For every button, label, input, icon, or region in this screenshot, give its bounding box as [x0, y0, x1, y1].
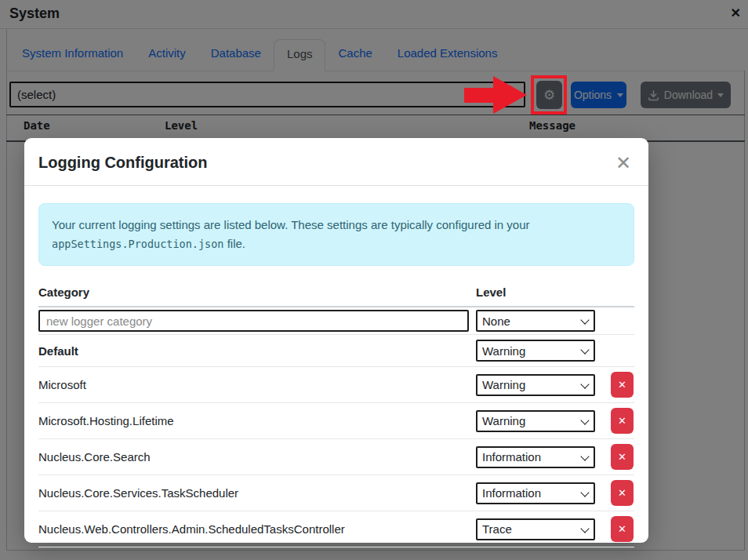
delete-logger-button[interactable]: ✕	[611, 444, 634, 470]
logger-level-select[interactable]: Information	[476, 482, 595, 504]
annotation-highlight-box	[531, 75, 567, 115]
new-logger-category-input[interactable]	[38, 310, 469, 332]
logger-category: Microsoft	[38, 378, 476, 391]
new-logger-category-cell	[38, 310, 476, 332]
logging-configuration-modal: Logging Configuration ✕ Your current log…	[24, 138, 648, 543]
logger-level-wrap: Information	[476, 446, 595, 468]
modal-header: Logging Configuration ✕	[24, 138, 648, 186]
screen: System ✕ System InformationActivityDatab…	[0, 0, 748, 560]
logger-category: Nucleus.Core.Services.TaskScheduler	[38, 486, 476, 500]
modal-close-icon[interactable]: ✕	[615, 155, 631, 171]
logger-level-select[interactable]: Trace	[476, 518, 595, 540]
new-logger-level-wrap: None	[476, 310, 595, 332]
info-alert: Your current logging settings are listed…	[38, 203, 634, 266]
annotation-arrow-head-icon	[493, 76, 527, 114]
logger-level-wrap: Warning	[476, 340, 595, 362]
info-alert-suffix: file.	[227, 237, 245, 250]
delete-logger-button[interactable]: ✕	[611, 372, 634, 398]
logger-category: Default	[38, 344, 476, 358]
logger-category: Microsoft.Hosting.Lifetime	[38, 414, 476, 427]
logger-level-select[interactable]: Warning	[476, 340, 595, 362]
delete-logger-button[interactable]: ✕	[611, 480, 634, 506]
logger-row: Nucleus.Core.Search Information ✕	[38, 439, 634, 475]
category-column-header: Category	[38, 285, 476, 299]
delete-icon: ✕	[618, 415, 626, 427]
logger-row: Microsoft Warning ✕	[38, 367, 634, 403]
logger-category: Nucleus.Core.Search	[38, 450, 476, 464]
info-alert-code: appSettings.Production.json	[52, 238, 223, 250]
delete-icon: ✕	[618, 487, 626, 499]
logger-category: Nucleus.Web.Controllers.Admin.ScheduledT…	[38, 522, 476, 536]
delete-logger-button[interactable]: ✕	[611, 516, 634, 542]
logger-level-select[interactable]: Information	[476, 446, 595, 468]
annotation-arrow	[464, 88, 496, 103]
logger-level-select[interactable]: Warning	[476, 374, 595, 396]
logger-level-wrap: Warning	[476, 410, 595, 432]
new-logger-level-select[interactable]: None	[476, 310, 595, 332]
logger-rows: Default Warning Microsoft Warning ✕ Micr…	[38, 335, 634, 547]
modal-body: Your current logging settings are listed…	[24, 186, 648, 547]
logger-level-wrap: Information	[476, 482, 595, 504]
delete-icon: ✕	[618, 379, 626, 391]
logger-row: Nucleus.Core.Services.TaskScheduler Info…	[38, 475, 634, 511]
delete-logger-button[interactable]: ✕	[611, 408, 634, 434]
delete-icon: ✕	[618, 523, 626, 535]
logger-level-wrap: Trace	[476, 518, 595, 540]
logger-level-wrap: Warning	[476, 374, 595, 396]
info-alert-text: Your current logging settings are listed…	[52, 218, 530, 231]
modal-title: Logging Configuration	[38, 154, 208, 172]
logger-row: Default Warning	[38, 335, 634, 367]
delete-icon: ✕	[618, 451, 626, 463]
level-column-header: Level	[476, 285, 506, 299]
logger-table-header: Category Level	[38, 285, 634, 307]
logger-row: Nucleus.Web.Controllers.Admin.ScheduledT…	[38, 511, 634, 547]
logger-level-select[interactable]: Warning	[476, 410, 595, 432]
new-logger-row: None	[38, 307, 634, 335]
logger-row: Microsoft.Hosting.Lifetime Warning ✕	[38, 403, 634, 439]
